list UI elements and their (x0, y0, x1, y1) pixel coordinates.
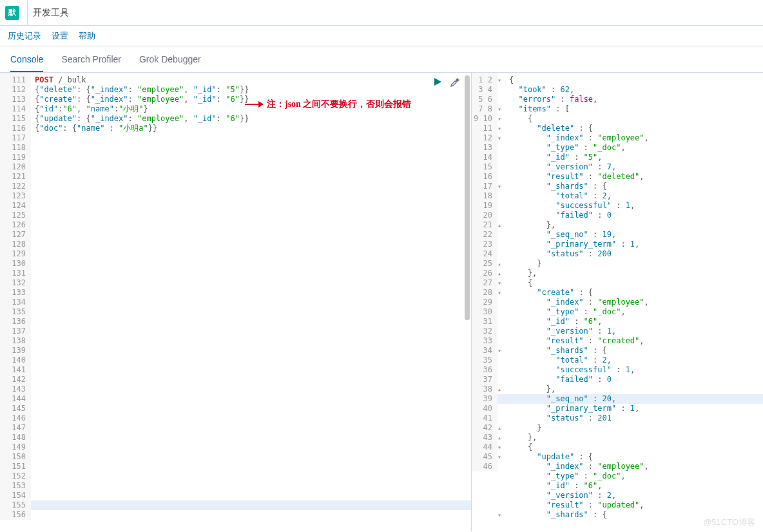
arrow-icon (245, 104, 263, 105)
menubar: 历史记录 设置 帮助 (0, 26, 763, 46)
topbar: 默 开发工具 (0, 0, 763, 26)
watermark: @51CTO博客 (703, 517, 755, 528)
editor-actions (432, 77, 459, 89)
menu-history[interactable]: 历史记录 (8, 30, 41, 42)
annotation-text: 注：json 之间不要换行，否则会报错 (267, 99, 411, 110)
menu-settings[interactable]: 设置 (52, 30, 68, 42)
request-pane[interactable]: 111 112 113 114 115 116 117 118 119 120 … (0, 73, 472, 531)
response-pane[interactable]: ⋮ 1 2 3 4 5 6 7 8 9 10 11 12 13 14 15 16… (472, 73, 763, 531)
current-line-highlight (0, 500, 471, 510)
fold-column[interactable]: ▾▾▾▾▾▾▴▴▴▾▾▾▴▴▴▾▾▾ (497, 73, 505, 520)
response-editor[interactable]: { "took" : 62, "errors" : false, "items"… (505, 73, 763, 522)
tab-grok-debugger[interactable]: Grok Debugger (139, 54, 201, 72)
menu-help[interactable]: 帮助 (79, 30, 95, 42)
scrollbar-thumb[interactable] (465, 75, 470, 320)
app-title: 开发工具 (27, 0, 69, 25)
tab-search-profiler[interactable]: Search Profiler (61, 54, 121, 72)
editors: 111 112 113 114 115 116 117 118 119 120 … (0, 73, 763, 531)
tab-console[interactable]: Console (10, 54, 43, 72)
app-badge[interactable]: 默 (5, 6, 19, 20)
tab-bar: Console Search Profiler Grok Debugger (0, 46, 763, 73)
response-gutter: 1 2 3 4 5 6 7 8 9 10 11 12 13 14 15 16 1… (472, 73, 497, 471)
request-gutter: 111 112 113 114 115 116 117 118 119 120 … (0, 73, 31, 520)
wrench-icon[interactable] (449, 77, 459, 89)
run-icon[interactable] (432, 77, 443, 89)
annotation-note: 注：json 之间不要换行，否则会报错 (245, 99, 411, 110)
